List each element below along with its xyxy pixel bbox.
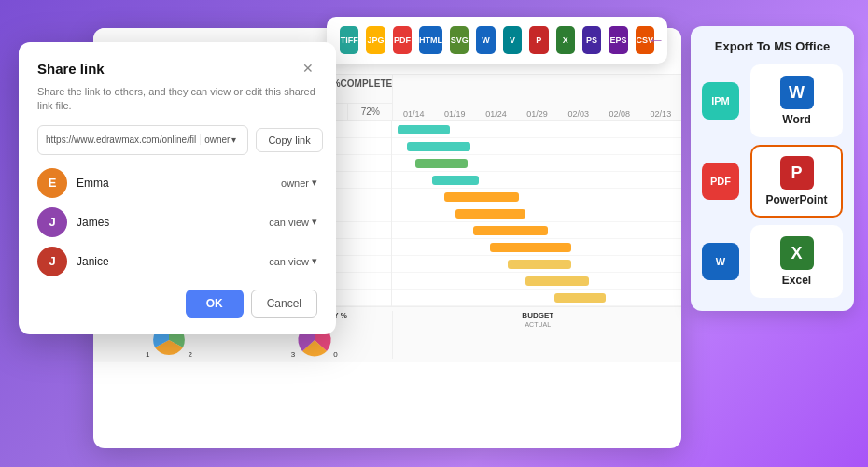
gantt-bar [407, 142, 470, 151]
export-powerpoint-button[interactable]: P PowerPoint [750, 145, 843, 218]
export-word-button[interactable]: W Word [750, 64, 843, 137]
gantt-bar [525, 276, 589, 286]
link-row: https://www.edrawmax.com/online/fil owne… [37, 125, 317, 155]
user-permission-james[interactable]: can view ▾ [269, 216, 317, 228]
format-svg[interactable]: SVG [450, 26, 469, 54]
share-modal: Share link ✕ Share the link to others, a… [19, 42, 336, 334]
export-side-pdf[interactable]: PDF [702, 163, 739, 200]
format-ps[interactable]: PS [582, 26, 601, 54]
export-panel-grid: IPM W Word PDF P PowerPoint W X Excel [702, 64, 843, 298]
bar-row-1 [392, 138, 681, 155]
arrow-connector: ← [648, 31, 665, 50]
close-button[interactable]: ✕ [299, 59, 317, 78]
export-format-bar: TIFF JPG PDF HTML SVG W V P X PS EPS CSV [327, 17, 667, 64]
export-side-word[interactable]: W [702, 243, 739, 280]
date-label-5: 02/08 [609, 109, 631, 119]
gantt-bar [415, 159, 468, 168]
user-row-emma: E Emma owner ▾ [37, 168, 317, 198]
powerpoint-label: PowerPoint [765, 193, 827, 206]
format-pdf[interactable]: PDF [393, 26, 412, 54]
ok-button[interactable]: OK [186, 290, 244, 318]
chart-label-2: 2 [188, 350, 191, 359]
chart-label-1: 1 [146, 350, 149, 359]
gantt-bar [444, 192, 520, 202]
gantt-bar [473, 226, 549, 235]
bar-row-3 [392, 172, 681, 189]
link-permission[interactable]: owner ▾ [200, 134, 240, 145]
user-permission-emma[interactable]: owner ▾ [281, 177, 317, 189]
user-name-emma: Emma [77, 177, 281, 190]
date-label-1: 01/19 [444, 109, 466, 119]
gantt-bar [432, 176, 479, 185]
modal-title: Share link [37, 61, 105, 77]
export-excel-button[interactable]: X Excel [750, 225, 843, 298]
format-eps[interactable]: EPS [609, 26, 627, 54]
powerpoint-icon: P [780, 156, 814, 190]
modal-footer: OK Cancel [37, 290, 317, 318]
excel-label: Excel [782, 274, 811, 287]
user-name-janice: Janice [77, 255, 269, 268]
date-label-3: 01/29 [526, 109, 548, 119]
bar-row-7 [392, 239, 681, 256]
user-row-janice: J Janice can view ▾ [37, 247, 317, 276]
format-word[interactable]: W [476, 26, 495, 54]
chart-label-3: 3 [291, 350, 295, 359]
date-label-2: 01/24 [485, 109, 507, 119]
bar-row-9 [392, 273, 681, 290]
gantt-bar [554, 293, 607, 303]
chevron-icon: ▾ [312, 255, 317, 267]
cancel-button[interactable]: Cancel [251, 290, 317, 318]
chevron-icon: ▾ [312, 216, 317, 228]
format-html[interactable]: HTML [419, 26, 442, 54]
bar-row-2 [392, 155, 681, 172]
budget-title: BUDGET [402, 311, 675, 319]
word-label: Word [782, 113, 810, 126]
format-tiff[interactable]: TIFF [340, 26, 358, 54]
export-side-ipm[interactable]: IPM [702, 82, 739, 120]
format-visio[interactable]: V [503, 26, 522, 54]
bar-row-8 [392, 256, 681, 273]
complete-header: %COMPLETE [332, 75, 392, 103]
link-text: https://www.edrawmax.com/online/fil [46, 134, 196, 145]
excel-icon: X [780, 236, 814, 270]
modal-header: Share link ✕ [37, 59, 317, 78]
date-label-6: 02/13 [651, 109, 672, 119]
avatar-james: J [37, 207, 67, 237]
chevron-icon: ▾ [231, 134, 236, 145]
avatar-emma: E [37, 168, 67, 198]
bar-row-0 [392, 121, 681, 138]
gantt-chart-area [392, 121, 681, 306]
bar-row-10 [392, 290, 681, 306]
modal-description: Share the link to others, and they can v… [37, 85, 317, 114]
format-excel[interactable]: X [556, 26, 575, 54]
date-label-0: 01/14 [403, 109, 425, 119]
bar-row-5 [392, 205, 681, 222]
gantt-bar [455, 209, 525, 219]
budget-chart: BUDGET ACTUAL [392, 311, 675, 359]
export-panel: Export To MS Office IPM W Word PDF P Pow… [691, 26, 854, 311]
gantt-bar [508, 260, 571, 269]
format-ppt[interactable]: P [529, 26, 548, 54]
chart-label-0: 0 [333, 350, 337, 359]
export-panel-title: Export To MS Office [702, 39, 843, 53]
date-label-4: 02/03 [567, 109, 589, 119]
format-jpg[interactable]: JPG [366, 26, 385, 54]
gantt-bar [398, 125, 450, 134]
chevron-icon: ▾ [312, 177, 317, 189]
bar-row-6 [392, 222, 681, 239]
bar-row-4 [392, 189, 681, 205]
link-input[interactable]: https://www.edrawmax.com/online/fil owne… [37, 125, 248, 155]
gantt-bar [490, 243, 571, 252]
user-permission-janice[interactable]: can view ▾ [269, 255, 317, 267]
complete-value: 72% [348, 104, 392, 120]
actual-label: ACTUAL [402, 321, 675, 328]
user-row-james: J James can view ▾ [37, 207, 317, 237]
copy-link-button[interactable]: Copy link [256, 128, 322, 152]
user-name-james: James [77, 216, 269, 229]
word-icon: W [780, 76, 814, 109]
avatar-janice: J [37, 247, 67, 276]
